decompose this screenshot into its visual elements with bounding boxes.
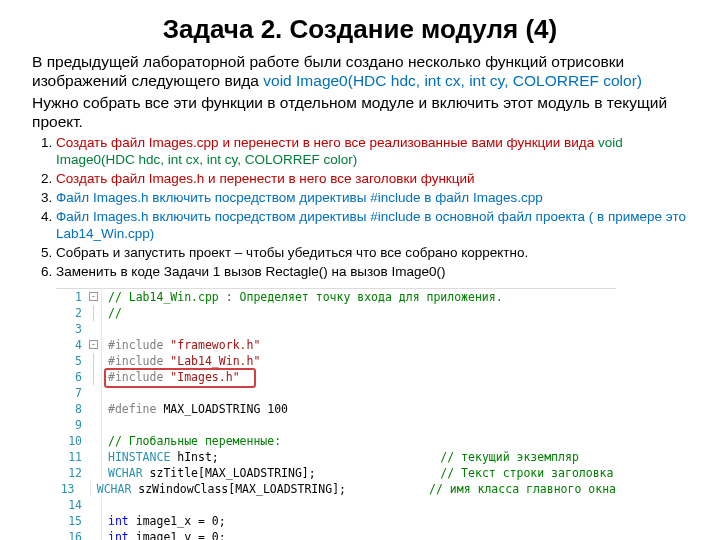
- code-line: 2//: [56, 305, 616, 321]
- intro-signature: void Image0(HDC hdc, int cx, int cy, COL…: [263, 72, 642, 89]
- step-item: Собрать и запустить проект – чтобы убеди…: [56, 245, 688, 262]
- code-line: 8#define MAX_LOADSTRING 100: [56, 401, 616, 417]
- code-line: 15int image1_x = 0;: [56, 513, 616, 529]
- slide-title: Задача 2. Создание модуля (4): [32, 14, 688, 45]
- intro-paragraph-2: Нужно собрать все эти функции в отдельно…: [32, 94, 688, 131]
- code-line: 6#include "Images.h": [56, 369, 616, 385]
- code-line: 5#include "Lab14_Win.h": [56, 353, 616, 369]
- step-item: Создать файл Images.h и перенести в него…: [56, 171, 688, 188]
- code-line: 4-#include "framework.h": [56, 337, 616, 353]
- code-line: 11HINSTANCE hInst; // текущий экземпляр: [56, 449, 616, 465]
- code-line: 3: [56, 321, 616, 337]
- slide: Задача 2. Создание модуля (4) В предыдущ…: [0, 0, 720, 540]
- intro-paragraph: В предыдущей лабораторной работе были со…: [32, 53, 688, 90]
- code-line: 16int image1_y = 0;: [56, 529, 616, 540]
- code-editor-snippet: 1-// Lab14_Win.cpp : Определяет точку вх…: [56, 288, 616, 540]
- steps-list: Создать файл Images.cpp и перенести в не…: [32, 135, 688, 280]
- step-item: Файл Images.h включить посредством дирек…: [56, 209, 688, 243]
- code-line: 12WCHAR szTitle[MAX_LOADSTRING]; // Текс…: [56, 465, 616, 481]
- step-item: Создать файл Images.cpp и перенести в не…: [56, 135, 688, 169]
- code-line: 7: [56, 385, 616, 401]
- step-item: Заменить в коде Задачи 1 вызов Rectagle(…: [56, 264, 688, 281]
- step-item: Файл Images.h включить посредством дирек…: [56, 190, 688, 207]
- code-line: 9: [56, 417, 616, 433]
- code-line: 1-// Lab14_Win.cpp : Определяет точку вх…: [56, 289, 616, 305]
- code-line: 13WCHAR szWindowClass[MAX_LOADSTRING]; /…: [56, 481, 616, 497]
- code-line: 10// Глобальные переменные:: [56, 433, 616, 449]
- code-line: 14: [56, 497, 616, 513]
